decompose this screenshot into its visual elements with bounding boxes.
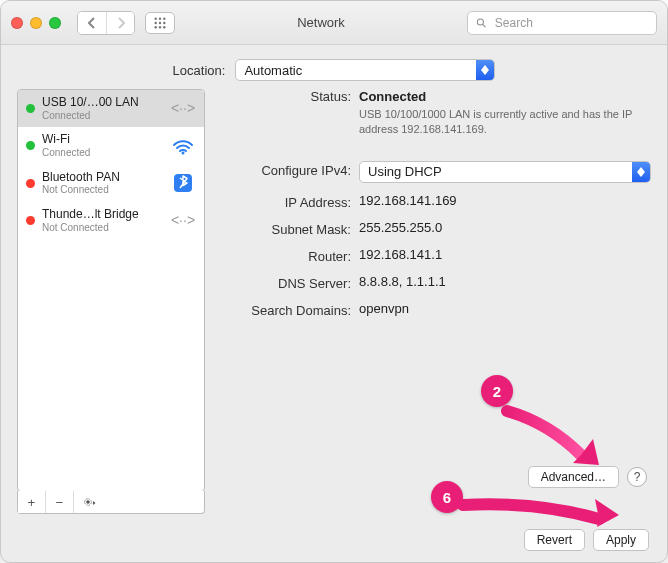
status-label: Status: [219, 89, 351, 104]
show-all-button[interactable] [145, 12, 175, 34]
search-field[interactable] [467, 11, 657, 35]
search-domains-value: openvpn [359, 301, 651, 316]
network-preferences-window: Network Location: Automatic USB 10/…00 L… [0, 0, 668, 563]
router-label: Router: [219, 247, 351, 264]
wifi-icon [170, 135, 196, 157]
interface-item-thunderbolt-bridge[interactable]: Thunde…lt Bridge Not Connected <··> [18, 202, 204, 239]
configure-ipv4-label: Configure IPv4: [219, 161, 351, 178]
apply-button[interactable]: Apply [593, 529, 649, 551]
svg-point-6 [155, 26, 157, 28]
svg-point-3 [155, 21, 157, 23]
interface-list: USB 10/…00 LAN Connected <··> Wi-Fi Conn… [17, 89, 205, 492]
chevron-updown-icon [632, 162, 650, 182]
ethernet-icon: <··> [170, 210, 196, 232]
status-dot-icon [26, 179, 35, 188]
subnet-mask-label: Subnet Mask: [219, 220, 351, 237]
titlebar: Network [1, 1, 667, 45]
ip-address-value: 192.168.141.169 [359, 193, 651, 208]
remove-interface-button[interactable]: − [46, 491, 74, 513]
interface-status: Not Connected [42, 184, 163, 196]
interface-name: Thunde…lt Bridge [42, 208, 163, 222]
interface-item-bluetooth-pan[interactable]: Bluetooth PAN Not Connected [18, 165, 204, 202]
location-select[interactable]: Automatic [235, 59, 495, 81]
revert-button[interactable]: Revert [524, 529, 585, 551]
zoom-window-button[interactable] [49, 17, 61, 29]
interface-name: USB 10/…00 LAN [42, 96, 163, 110]
configure-ipv4-value: Using DHCP [360, 164, 632, 179]
interface-status: Connected [42, 147, 163, 159]
dns-server-label: DNS Server: [219, 274, 351, 291]
svg-point-0 [155, 17, 157, 19]
bluetooth-icon [170, 172, 196, 194]
location-value: Automatic [236, 63, 476, 78]
interface-actions-menu[interactable] [74, 491, 102, 513]
traffic-lights [11, 17, 61, 29]
configure-ipv4-select[interactable]: Using DHCP [359, 161, 651, 183]
ethernet-icon: <··> [170, 98, 196, 120]
search-domains-label: Search Domains: [219, 301, 351, 318]
back-button[interactable] [78, 12, 106, 34]
ip-address-label: IP Address: [219, 193, 351, 210]
help-button[interactable]: ? [627, 467, 647, 487]
advanced-button[interactable]: Advanced… [528, 466, 619, 488]
interface-list-footer: + − [17, 491, 205, 514]
interface-status: Connected [42, 110, 163, 122]
window-title: Network [185, 15, 457, 30]
window-footer: Revert Apply [1, 518, 667, 562]
location-label: Location: [173, 63, 226, 78]
svg-point-4 [159, 21, 161, 23]
svg-point-5 [163, 21, 165, 23]
subnet-mask-value: 255.255.255.0 [359, 220, 651, 235]
minimize-window-button[interactable] [30, 17, 42, 29]
svg-text:<··>: <··> [171, 212, 195, 228]
svg-point-8 [163, 26, 165, 28]
chevron-updown-icon [476, 60, 494, 80]
interface-item-wifi[interactable]: Wi-Fi Connected [18, 127, 204, 164]
interface-name: Bluetooth PAN [42, 171, 163, 185]
interface-item-usb-lan[interactable]: USB 10/…00 LAN Connected <··> [18, 90, 204, 127]
search-input[interactable] [493, 15, 648, 31]
add-interface-button[interactable]: + [18, 491, 46, 513]
interface-details: Status: Connected USB 10/100/1000 LAN is… [219, 89, 651, 514]
svg-line-10 [483, 24, 486, 27]
svg-text:<··>: <··> [171, 100, 195, 116]
status-dot-icon [26, 104, 35, 113]
location-row: Location: Automatic [1, 45, 667, 91]
svg-point-9 [477, 18, 483, 24]
close-window-button[interactable] [11, 17, 23, 29]
status-value: Connected [359, 89, 651, 104]
svg-point-12 [182, 151, 185, 154]
router-value: 192.168.141.1 [359, 247, 651, 262]
status-dot-icon [26, 141, 35, 150]
svg-point-2 [163, 17, 165, 19]
dns-server-value: 8.8.8.8, 1.1.1.1 [359, 274, 651, 289]
svg-point-1 [159, 17, 161, 19]
search-icon [476, 17, 487, 29]
interface-status: Not Connected [42, 222, 163, 234]
forward-button[interactable] [106, 12, 134, 34]
status-desc: USB 10/100/1000 LAN is currently active … [359, 107, 639, 137]
svg-point-7 [159, 26, 161, 28]
interface-sidebar: USB 10/…00 LAN Connected <··> Wi-Fi Conn… [17, 89, 205, 514]
nav-back-forward [77, 11, 135, 35]
interface-name: Wi-Fi [42, 133, 163, 147]
status-dot-icon [26, 216, 35, 225]
